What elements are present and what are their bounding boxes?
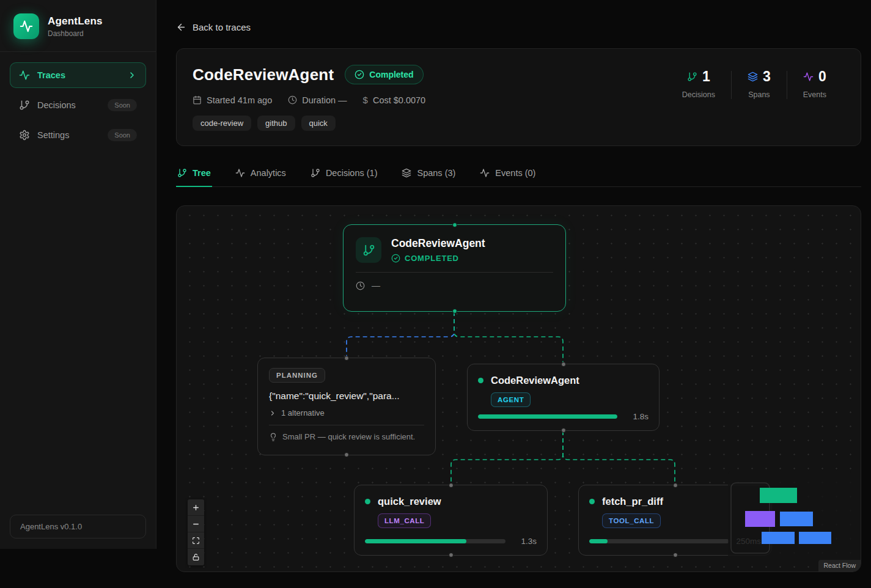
duration-bar [589, 539, 729, 543]
started-meta: Started 41m ago [193, 95, 272, 105]
node-handle[interactable] [673, 483, 678, 488]
git-branch-icon [177, 168, 187, 178]
react-flow-attribution[interactable]: React Flow [818, 560, 861, 571]
divider [269, 425, 424, 425]
chevron-right-icon [269, 410, 276, 417]
back-to-traces-link[interactable]: Back to traces [176, 22, 251, 32]
app-title: AgentLens [48, 15, 103, 28]
dollar-icon: $ [363, 95, 368, 105]
stat-label: Spans [748, 90, 770, 99]
clock-icon [356, 281, 365, 290]
span-type-badge: LLM_CALL [378, 513, 431, 528]
page-title: CodeReviewAgent [193, 65, 334, 84]
minimap-node-decision [745, 511, 775, 527]
main-content: Back to traces CodeReviewAgent Completed… [156, 0, 871, 588]
node-status-label: COMPLETED [405, 254, 459, 263]
span-type-badge: TOOL_CALL [602, 513, 661, 528]
zoom-in-button[interactable] [188, 499, 204, 516]
fit-view-button[interactable] [188, 532, 204, 549]
agentlens-logo [13, 13, 39, 39]
stat-value: 1 [702, 68, 710, 85]
lock-toggle-button[interactable] [188, 549, 204, 565]
activity-icon [20, 20, 33, 33]
activity-icon [19, 70, 30, 81]
flow-node-root-agent[interactable]: CodeReviewAgent COMPLETED — [343, 224, 566, 312]
activity-icon [803, 72, 814, 82]
node-title: CodeReviewAgent [491, 375, 579, 386]
cost-meta: $ Cost $0.0070 [363, 95, 426, 105]
span-type-badge: AGENT [491, 392, 531, 407]
tab-events[interactable]: Events (0) [479, 163, 537, 187]
node-handle[interactable] [452, 309, 457, 314]
stat-events: 0 Events [787, 68, 842, 99]
sidebar-item-label: Decisions [37, 100, 100, 110]
tag: quick [301, 116, 336, 131]
started-label: Started 41m ago [207, 95, 272, 105]
version-box: AgentLens v0.1.0 [10, 515, 146, 538]
tag: code-review [193, 116, 251, 131]
tab-analytics[interactable]: Analytics [234, 163, 287, 187]
sidebar-item-settings[interactable]: Settings Soon [10, 122, 146, 148]
decision-type-badge: PLANNING [269, 368, 325, 383]
sidebar-item-decisions[interactable]: Decisions Soon [10, 92, 146, 118]
duration-meta: Duration — [288, 95, 347, 105]
node-handle[interactable] [561, 428, 566, 433]
flow-node-span-agent[interactable]: CodeReviewAgent AGENT 1.8s [467, 364, 660, 431]
node-handle[interactable] [452, 222, 457, 227]
flow-node-decision-planning[interactable]: PLANNING {"name":"quick_review","para...… [257, 358, 436, 455]
duration-bar [478, 414, 617, 419]
alternatives-label: 1 alternative [281, 408, 325, 417]
tab-decisions[interactable]: Decisions (1) [309, 163, 379, 187]
sidebar-header: AgentLens Dashboard [0, 0, 156, 52]
node-title: fetch_pr_diff [602, 496, 663, 507]
node-handle[interactable] [449, 553, 454, 557]
activity-icon [235, 168, 245, 178]
stat-label: Events [803, 90, 826, 99]
node-status: COMPLETED [391, 254, 485, 263]
status-dot [365, 499, 370, 504]
tag: github [257, 116, 295, 131]
stat-label: Decisions [682, 90, 715, 99]
app-title-block: AgentLens Dashboard [48, 15, 103, 38]
tab-tree[interactable]: Tree [176, 163, 212, 187]
decision-payload: {"name":"quick_review","para... [269, 391, 424, 402]
minimap-node-llm [762, 532, 795, 544]
node-handle[interactable] [673, 553, 678, 557]
flow-node-span-llm[interactable]: quick_review LLM_CALL 1.3s [354, 485, 548, 556]
minimap-node-tool [799, 532, 831, 544]
tab-label: Tree [193, 168, 211, 178]
node-handle[interactable] [344, 452, 349, 457]
flow-minimap[interactable] [728, 471, 851, 562]
decision-reasoning: Small PR — quick review is sufficient. [269, 432, 424, 441]
tab-label: Analytics [251, 168, 286, 178]
minimap-node-root [760, 488, 797, 503]
unlock-icon [192, 553, 200, 561]
node-duration: — [372, 281, 380, 290]
node-handle[interactable] [344, 356, 349, 361]
sidebar-item-label: Traces [37, 70, 120, 80]
sidebar-item-traces[interactable]: Traces [10, 62, 146, 88]
gear-icon [19, 130, 30, 141]
minimap-node-agent [780, 512, 813, 526]
tab-label: Spans (3) [417, 168, 455, 178]
zoom-out-button[interactable] [188, 516, 204, 532]
flow-canvas[interactable]: CodeReviewAgent COMPLETED — P [176, 205, 861, 572]
sidebar: AgentLens Dashboard Traces Decisions Soo… [0, 0, 156, 549]
edge-root-agent [454, 312, 563, 364]
git-branch-icon [311, 168, 320, 178]
node-handle[interactable] [449, 483, 454, 488]
clock-icon [288, 95, 297, 105]
git-branch-icon [19, 100, 30, 111]
lightbulb-icon [269, 433, 277, 441]
status-badge: Completed [345, 65, 423, 84]
app-root: AgentLens Dashboard Traces Decisions Soo… [0, 0, 871, 588]
tab-spans[interactable]: Spans (3) [400, 163, 457, 187]
node-handle[interactable] [561, 362, 566, 367]
flow-controls [188, 499, 204, 565]
decision-alternatives[interactable]: 1 alternative [269, 408, 424, 417]
git-branch-icon [687, 72, 697, 82]
calendar-icon [193, 95, 202, 105]
stat-decisions: 1 Decisions [666, 68, 731, 99]
stat-spans: 3 Spans [732, 68, 787, 99]
git-branch-icon [356, 237, 381, 263]
